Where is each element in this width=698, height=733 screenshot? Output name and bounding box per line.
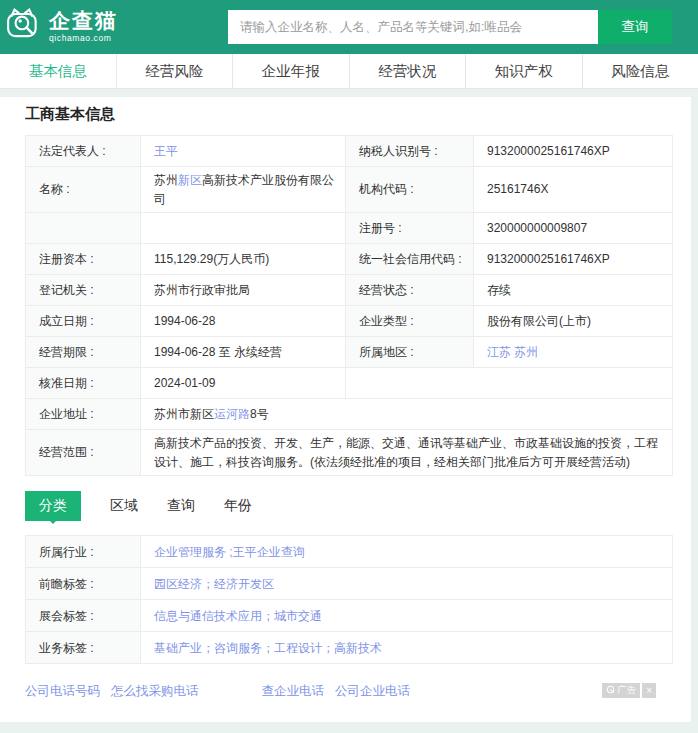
- field-value: [141, 213, 346, 244]
- tag-value: 园区经济；经济开发区: [141, 568, 673, 600]
- field-value: 王平: [141, 136, 346, 167]
- field-value: 320000000009807: [474, 213, 673, 244]
- info-row: 注册号 :320000000009807: [26, 213, 673, 244]
- value-link[interactable]: 运河路: [214, 407, 250, 421]
- brand-logo[interactable]: 企查猫 qichamao.com: [6, 8, 118, 44]
- filter-tabs: 分类区域查询年份: [25, 491, 672, 521]
- info-row: 登记机关 :苏州市行政审批局经营状态 :存续: [26, 275, 673, 306]
- business-info-table: 法定代表人 :王平纳税人识别号 :9132000025161746XP名称 :苏…: [25, 135, 673, 476]
- field-label[interactable]: 机构代码 :: [346, 167, 474, 213]
- nav-tab-1[interactable]: 经营风险: [117, 54, 234, 88]
- value-text: 股份有限公司(上市): [487, 314, 591, 328]
- filter-tab-0[interactable]: 分类: [25, 491, 81, 521]
- field-label[interactable]: 统一社会信用代码 :: [346, 244, 474, 275]
- field-label[interactable]: 企业地址 :: [26, 399, 141, 430]
- field-value: 股份有限公司(上市): [474, 306, 673, 337]
- field-label[interactable]: 经营范围 :: [26, 430, 141, 476]
- brand-domain: qichamao.com: [49, 34, 118, 43]
- nav-tab-3[interactable]: 经营状况: [350, 54, 467, 88]
- cat-magnifier-icon: [6, 8, 42, 44]
- field-label[interactable]: 登记机关 :: [26, 275, 141, 306]
- footer-link-1[interactable]: 怎么找采购电话: [111, 684, 199, 698]
- value-text: 25161746X: [487, 182, 548, 196]
- field-label: 所属地区 :: [346, 337, 474, 368]
- tag-label: 前瞻标签 :: [26, 568, 141, 600]
- field-value: 1994-06-28: [141, 306, 346, 337]
- field-value: 江苏 苏州: [474, 337, 673, 368]
- field-value: 苏州市行政审批局: [141, 275, 346, 306]
- filter-tab-3[interactable]: 年份: [224, 497, 252, 515]
- ad-badge: 广告 ×: [602, 683, 656, 698]
- ad-icon: [606, 685, 615, 696]
- tag-value-link[interactable]: 信息与通信技术应用；城市交通: [154, 609, 322, 623]
- value-link[interactable]: 王平: [154, 144, 178, 158]
- field-value: 9132000025161746XP: [474, 136, 673, 167]
- value-text: 8号: [250, 407, 269, 421]
- field-label[interactable]: 成立日期 :: [26, 306, 141, 337]
- tag-value-link[interactable]: 园区经济；经济开发区: [154, 577, 274, 591]
- info-row: 注册资本 :115,129.29(万人民币)统一社会信用代码 :91320000…: [26, 244, 673, 275]
- footer-link-3[interactable]: 公司企业电话: [335, 684, 410, 698]
- tag-row: 展会标签 :信息与通信技术应用；城市交通: [26, 600, 673, 632]
- info-row: 成立日期 :1994-06-28企业类型 :股份有限公司(上市): [26, 306, 673, 337]
- field-label[interactable]: 注册资本 :: [26, 244, 141, 275]
- field-value: 2024-01-09: [141, 368, 346, 399]
- tags-table-body: 所属行业 :企业管理服务 ;王平企业查询前瞻标签 :园区经济；经济开发区展会标签…: [26, 536, 673, 664]
- field-label[interactable]: 经营状态 :: [346, 275, 474, 306]
- tag-label: 所属行业 :: [26, 536, 141, 568]
- value-text: 苏州: [154, 173, 178, 187]
- footer-link-2[interactable]: 查企业电话: [262, 684, 325, 698]
- tag-value-link[interactable]: 企业管理服务 ;王平企业查询: [154, 545, 305, 559]
- field-value: 9132000025161746XP: [474, 244, 673, 275]
- search-input[interactable]: [228, 10, 598, 44]
- tag-value: 信息与通信技术应用；城市交通: [141, 600, 673, 632]
- ad-label: 广告: [617, 684, 636, 697]
- search-bar: 查询: [228, 10, 672, 44]
- field-label[interactable]: 法定代表人 :: [26, 136, 141, 167]
- value-text: 1994-06-28 至 永续经营: [154, 345, 282, 359]
- nav-tab-0[interactable]: 基本信息: [0, 54, 117, 88]
- tag-row: 业务标签 :基础产业；咨询服务；工程设计；高新技术: [26, 632, 673, 664]
- blank-cell: [346, 368, 673, 399]
- business-info-table-body: 法定代表人 :王平纳税人识别号 :9132000025161746XP名称 :苏…: [26, 136, 673, 476]
- value-text: 9132000025161746XP: [487, 144, 610, 158]
- info-row: 经营范围 :高新技术产品的投资、开发、生产，能源、交通、通讯等基础产业、市政基础…: [26, 430, 673, 476]
- value-text: 苏州市行政审批局: [154, 283, 250, 297]
- field-value: 1994-06-28 至 永续经营: [141, 337, 346, 368]
- nav-tabs: 基本信息经营风险企业年报经营状况知识产权风险信息: [0, 54, 698, 89]
- field-value: 高新技术产品的投资、开发、生产，能源、交通、通讯等基础产业、市政基础设施的投资，…: [141, 430, 673, 476]
- tag-value: 企业管理服务 ;王平企业查询: [141, 536, 673, 568]
- section-title: 工商基本信息: [25, 105, 672, 124]
- field-label[interactable]: 核准日期 :: [26, 368, 141, 399]
- header: 企查猫 qichamao.com 查询: [0, 0, 698, 54]
- nav-tab-2[interactable]: 企业年报: [233, 54, 350, 88]
- field-label: [26, 213, 141, 244]
- tag-value-link[interactable]: 基础产业；咨询服务；工程设计；高新技术: [154, 641, 382, 655]
- field-label[interactable]: 注册号 :: [346, 213, 474, 244]
- info-row: 法定代表人 :王平纳税人识别号 :9132000025161746XP: [26, 136, 673, 167]
- footer-link-0[interactable]: 公司电话号码: [25, 684, 100, 698]
- nav-tab-4[interactable]: 知识产权: [466, 54, 583, 88]
- nav-tab-5[interactable]: 风险信息: [583, 54, 698, 88]
- value-text: 1994-06-28: [154, 314, 215, 328]
- brand-name: 企查猫: [49, 10, 118, 31]
- field-label[interactable]: 企业类型 :: [346, 306, 474, 337]
- filter-tab-2[interactable]: 查询: [167, 497, 195, 515]
- field-value: 苏州新区高新技术产业股份有限公司: [141, 167, 346, 213]
- field-label[interactable]: 经营期限 :: [26, 337, 141, 368]
- field-label: 名称 :: [26, 167, 141, 213]
- value-link[interactable]: 新区: [178, 173, 202, 187]
- ad-close-icon[interactable]: ×: [642, 683, 656, 698]
- filter-tab-1[interactable]: 区域: [110, 497, 138, 515]
- tag-value: 基础产业；咨询服务；工程设计；高新技术: [141, 632, 673, 664]
- field-value: 苏州市新区运河路8号: [141, 399, 673, 430]
- footer-links: 公司电话号码怎么找采购电话查企业电话公司企业电话: [25, 683, 672, 700]
- value-text: 115,129.29(万人民币): [154, 252, 269, 266]
- value-text: 高新技术产品的投资、开发、生产，能源、交通、通讯等基础产业、市政基础设施的投资，…: [154, 436, 658, 469]
- field-value: 25161746X: [474, 167, 673, 213]
- value-link[interactable]: 江苏 苏州: [487, 345, 538, 359]
- field-label[interactable]: 纳税人识别号 :: [346, 136, 474, 167]
- search-button[interactable]: 查询: [598, 10, 672, 44]
- content-card: 工商基本信息 法定代表人 :王平纳税人识别号 :9132000025161746…: [0, 97, 691, 722]
- tags-table: 所属行业 :企业管理服务 ;王平企业查询前瞻标签 :园区经济；经济开发区展会标签…: [25, 535, 673, 664]
